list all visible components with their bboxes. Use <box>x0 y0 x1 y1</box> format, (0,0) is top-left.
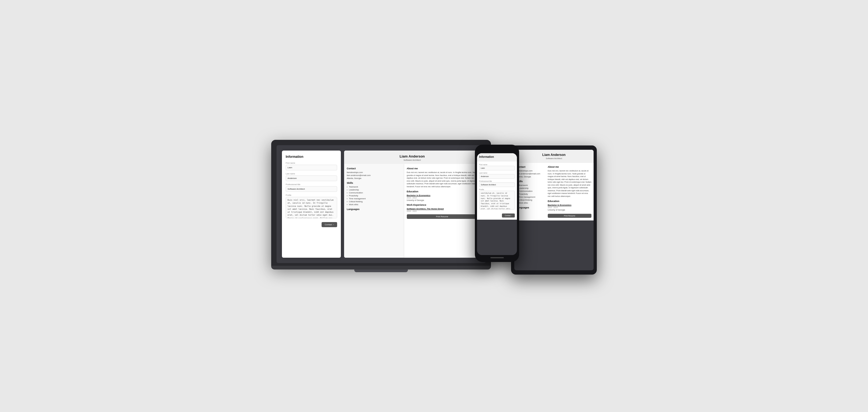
tablet-education-degree[interactable]: Bachelor in Economics <box>548 204 591 206</box>
phone-notch <box>489 149 505 152</box>
professional-title-label: Professional title <box>286 183 337 186</box>
last-name-input[interactable] <box>286 176 337 181</box>
tablet-skills-title: Skills <box>517 180 546 183</box>
resume-left-column: Contact liamdevelops.com liam.anderson@e… <box>344 164 404 258</box>
phone-pro-title-field: Professional title <box>479 180 515 187</box>
contact-location: Atlanta, Georgia <box>347 177 401 180</box>
phone-form-title: Information <box>479 155 515 158</box>
phone-body: Information First name Last name Profess… <box>475 145 519 262</box>
tablet-skill-teamwork: Teamwork <box>517 184 546 186</box>
skill-leadership: Leadership <box>347 189 401 191</box>
tablet-languages-title: Languages <box>517 206 546 209</box>
resume-card: Liam Anderson Software Architect Contact… <box>344 151 480 258</box>
phone-first-name-input[interactable] <box>479 166 515 170</box>
phone-last-name-input[interactable] <box>479 174 515 179</box>
tablet-print-button[interactable]: Print Resume <box>548 214 591 218</box>
tablet-education-school: Univerty of Georgia <box>548 209 591 211</box>
tablet-skill-work-ethic: Work ethic <box>517 202 546 204</box>
phone-profile-textarea[interactable]: vestibulum at, iaculis id nunc. In fring… <box>479 191 515 210</box>
phone-profile-label: Profile <box>479 189 515 190</box>
contact-email: liam.anderson@email.com <box>347 174 401 177</box>
phone-chevron-right-icon: › <box>512 215 512 217</box>
phone-last-name-label: Last name <box>479 172 515 174</box>
laptop-resume-preview: Liam Anderson Software Architect Contact… <box>344 151 480 258</box>
about-me-section-title: About me <box>407 167 477 170</box>
languages-section-title: Languages <box>347 208 401 211</box>
contact-section-title: Contact <box>347 167 401 170</box>
tablet-education-title: Education <box>548 200 591 202</box>
skill-critical-thinking: Critical thinking <box>347 200 401 203</box>
phone-last-name-field: Last name <box>479 172 515 179</box>
tablet-resume: Liam Anderson Software Architect Contact… <box>514 150 594 220</box>
tablet-about-title: About me <box>548 165 591 168</box>
phone-contact-button[interactable]: Contact › <box>502 214 515 218</box>
education-section-title: Education <box>407 190 477 193</box>
professional-title-field: Professional title <box>286 183 337 192</box>
tablet-screen: Liam Anderson Software Architect Contact… <box>514 150 594 270</box>
skill-proactivity: Proactivity <box>347 194 401 197</box>
resume-header: Liam Anderson Software Architect <box>344 151 480 164</box>
first-name-field: First name <box>286 162 337 170</box>
tablet-device: Liam Anderson Software Architect Contact… <box>511 146 597 275</box>
phone-first-name-field: First name <box>479 164 515 170</box>
tablet-resume-name: Liam Anderson <box>517 153 591 157</box>
tablet-location: Atlanta, Georgia <box>517 176 546 178</box>
laptop-body: Information First name Last name Profess… <box>271 140 491 266</box>
resume-name: Liam Anderson <box>347 154 477 158</box>
tablet-website: liamdevelops.com <box>517 169 546 172</box>
chevron-right-icon: › <box>333 223 334 226</box>
tablet-education-years: 2010 - 2014 <box>548 207 591 209</box>
phone-actions: Contact › <box>479 211 515 218</box>
skill-time-management: Time management <box>347 197 401 200</box>
first-name-label: First name <box>286 162 337 164</box>
resume-title: Software Architect <box>347 159 477 161</box>
laptop-form-panel: Information First name Last name Profess… <box>282 151 341 258</box>
scene: Information First name Last name Profess… <box>247 137 622 275</box>
phone-profile-field: Profile vestibulum at, iaculis id nunc. … <box>479 189 515 210</box>
form-title: Information <box>286 155 337 159</box>
education-degree[interactable]: Bachelor in Economics <box>407 194 477 197</box>
laptop-base <box>271 266 491 270</box>
tablet-about-text: Duis nisl orci, laoreet nec vestibulum a… <box>548 169 591 198</box>
tablet-email: liam.anderson@email.com <box>517 172 546 175</box>
skill-communication: Communication <box>347 192 401 194</box>
print-resume-button[interactable]: Print Resume <box>407 214 477 219</box>
profile-textarea[interactable]: Duis nisl orci, laoreet nec vestibulum a… <box>286 197 337 218</box>
last-name-label: Last name <box>286 172 337 175</box>
phone-info-panel: Information First name Last name Profess… <box>477 153 517 220</box>
form-actions: Contact › <box>286 222 337 227</box>
profile-field: Profile Duis nisl orci, laoreet nec vest… <box>286 194 337 219</box>
skill-work-ethic: Work ethic <box>347 203 401 206</box>
resume-right-column: About me Duis nisl orci, laoreet nec ves… <box>404 164 480 258</box>
laptop-stand <box>354 270 408 272</box>
contact-website: liamdevelops.com <box>347 171 401 173</box>
laptop-device: Information First name Last name Profess… <box>271 140 491 272</box>
tablet-resume-header: Liam Anderson Software Architect <box>514 150 594 163</box>
work-years: 2016 - 2022 <box>407 210 477 212</box>
tablet-skill-communication: Communication <box>517 190 546 192</box>
contact-button[interactable]: Contact › <box>321 222 337 227</box>
phone-content: First name Last name Professional title <box>477 161 517 220</box>
phone-first-name-label: First name <box>479 164 515 165</box>
tablet-skill-leadership: Leadership <box>517 187 546 189</box>
about-me-text: Duis nisl orci, laoreet nec vestibulum a… <box>407 171 477 188</box>
phone-device: Information First name Last name Profess… <box>475 145 519 262</box>
phone-screen: Information First name Last name Profess… <box>477 153 517 255</box>
tablet-left-column: Contact liamdevelops.com liam.anderson@e… <box>517 165 546 218</box>
professional-title-input[interactable] <box>286 186 337 192</box>
work-title[interactable]: Software Architect, The Home Depot <box>407 208 477 210</box>
tablet-skill-time-management: Time management <box>517 196 546 198</box>
skills-section-title: Skills <box>347 182 401 184</box>
tablet-right-column: About me Duis nisl orci, laoreet nec ves… <box>548 165 591 218</box>
education-school: Univerty of Georgia <box>407 199 477 201</box>
work-experience-section-title: Work Experience <box>407 203 477 206</box>
last-name-field: Last name <box>286 172 337 181</box>
phone-home-bar <box>490 257 504 258</box>
phone-pro-title-input[interactable] <box>479 183 515 187</box>
education-years: 2010 - 2014 <box>407 197 477 199</box>
tablet-skill-critical-thinking: Critical thinking <box>517 199 546 201</box>
first-name-input[interactable] <box>286 165 337 170</box>
phone-header: Information <box>477 153 517 161</box>
tablet-body: Liam Anderson Software Architect Contact… <box>511 146 597 275</box>
skill-teamwork: Teamwork <box>347 186 401 188</box>
